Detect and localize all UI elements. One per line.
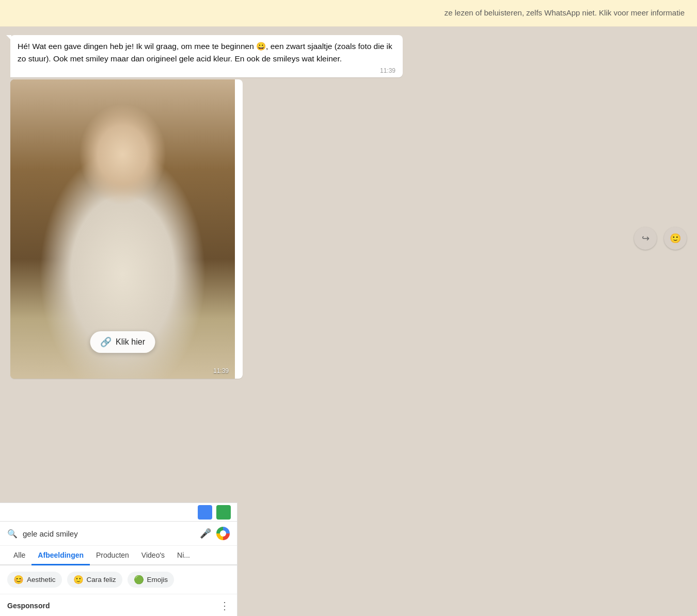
chip-emojis[interactable]: 🟢 Emojis	[128, 572, 175, 588]
emoji-react-button[interactable]: 🙂	[664, 227, 687, 250]
sponsored-label: Gesponsord	[7, 602, 50, 610]
klik-hier-label: Klik hier	[116, 337, 145, 347]
lens-inner	[220, 530, 226, 537]
forward-icon: ↪	[642, 233, 650, 244]
chat-background: ze lezen of beluisteren, zelfs WhatsApp …	[0, 0, 697, 616]
reaction-icons-container: ↪ 🙂	[634, 227, 687, 250]
google-tab-blue[interactable]	[198, 505, 212, 520]
klik-hier-button[interactable]: 🔗 Klik hier	[90, 331, 155, 353]
chip-cara-feliz[interactable]: 🙂 Cara feliz	[67, 572, 122, 588]
chip-cara-feliz-label: Cara feliz	[87, 576, 116, 583]
tab-producten[interactable]: Producten	[90, 546, 135, 565]
google-search-icon: 🔍	[7, 529, 18, 539]
sponsored-row: Gesponsord ⋮	[0, 594, 237, 616]
chip-aesthetic[interactable]: 😊 Aesthetic	[7, 572, 62, 588]
tab-afbeeldingen[interactable]: Afbeeldingen	[31, 546, 90, 565]
photo-time: 11:39	[213, 367, 229, 375]
message-bubble-text: Hé! Wat een gave dingen heb je! Ik wil g…	[10, 35, 403, 77]
notification-text: ze lezen of beluisteren, zelfs WhatsApp …	[445, 8, 685, 17]
smiley-icon: 🙂	[670, 233, 681, 244]
mic-icon[interactable]: 🎤	[200, 528, 211, 539]
google-top-tabs	[0, 503, 237, 522]
chip-cara-feliz-emoji: 🙂	[73, 575, 84, 585]
forward-button[interactable]: ↪	[634, 227, 657, 250]
filter-tabs: Alle Afbeeldingen Producten Video's Ni..…	[0, 546, 237, 565]
tab-ni[interactable]: Ni...	[171, 546, 196, 565]
google-tab-green[interactable]	[216, 505, 231, 520]
message-text: Hé! Wat een gave dingen heb je! Ik wil g…	[18, 40, 395, 65]
chip-emojis-label: Emojis	[147, 576, 168, 583]
tab-videos[interactable]: Video's	[135, 546, 171, 565]
link-icon: 🔗	[100, 336, 112, 348]
photo-bubble[interactable]: 🔗 Klik hier 11:39	[10, 79, 243, 379]
chip-aesthetic-emoji: 😊	[13, 575, 24, 585]
search-input[interactable]: gele acid smiley	[23, 529, 195, 538]
google-search-bar[interactable]: 🔍 gele acid smiley 🎤	[0, 522, 237, 546]
suggestion-chips: 😊 Aesthetic 🙂 Cara feliz 🟢 Emojis	[0, 565, 237, 594]
message-time: 11:39	[18, 67, 395, 74]
tab-alle[interactable]: Alle	[7, 546, 31, 565]
notification-banner[interactable]: ze lezen of beluisteren, zelfs WhatsApp …	[0, 0, 697, 27]
photo-image: 🔗 Klik hier 11:39	[10, 79, 235, 379]
sponsored-menu-icon[interactable]: ⋮	[219, 599, 230, 612]
google-overlay: 🔍 gele acid smiley 🎤 Alle Afbeeldingen P…	[0, 502, 237, 616]
google-lens-icon[interactable]	[216, 527, 230, 540]
chip-aesthetic-label: Aesthetic	[27, 576, 56, 583]
messages-area: Hé! Wat een gave dingen heb je! Ik wil g…	[0, 27, 697, 387]
chip-emojis-emoji: 🟢	[134, 575, 144, 585]
